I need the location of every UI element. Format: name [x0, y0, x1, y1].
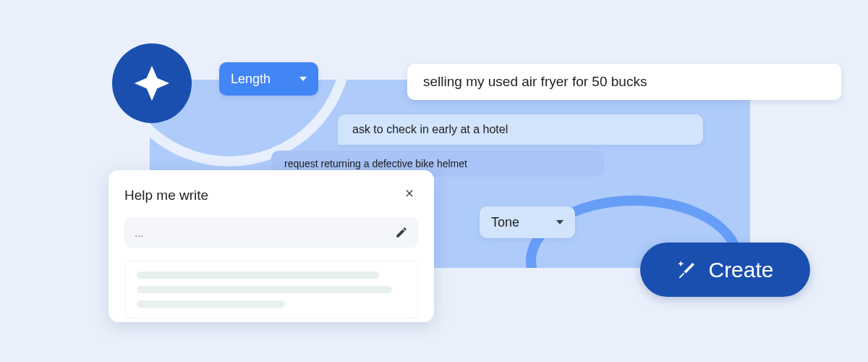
close-button[interactable]: [401, 185, 418, 206]
prompt-text: ask to check in early at a hotel: [352, 123, 508, 136]
prompt-suggestion-primary[interactable]: selling my used air fryer for 50 bucks: [407, 64, 841, 100]
prompt-placeholder: ...: [135, 227, 144, 239]
prompt-text: request returning a defective bike helme…: [284, 158, 467, 169]
wand-sparkle-icon: [676, 259, 698, 281]
pencil-icon: [395, 226, 408, 239]
prompt-suggestion-secondary[interactable]: ask to check in early at a hotel: [338, 114, 703, 145]
panel-header: Help me write: [124, 185, 418, 206]
create-label: Create: [708, 258, 773, 282]
length-label: Length: [231, 72, 271, 87]
placeholder-line: [137, 272, 379, 279]
tone-label: Tone: [491, 215, 519, 230]
prompt-input[interactable]: ...: [124, 217, 418, 248]
panel-title: Help me write: [124, 188, 208, 203]
chevron-down-icon: [556, 220, 563, 224]
placeholder-line: [137, 300, 285, 308]
spark-icon: [131, 62, 173, 104]
chevron-down-icon: [299, 77, 307, 81]
prompt-text: selling my used air fryer for 50 bucks: [423, 74, 647, 90]
length-dropdown[interactable]: Length: [219, 62, 318, 96]
close-icon: [404, 188, 415, 199]
help-me-write-panel: Help me write ...: [109, 170, 434, 322]
create-button[interactable]: Create: [640, 243, 810, 297]
tone-dropdown[interactable]: Tone: [480, 206, 575, 238]
output-preview: [124, 261, 418, 319]
promo-stage: Length selling my used air fryer for 50 …: [0, 0, 868, 362]
placeholder-line: [137, 286, 392, 293]
ai-spark-badge: [112, 43, 192, 123]
